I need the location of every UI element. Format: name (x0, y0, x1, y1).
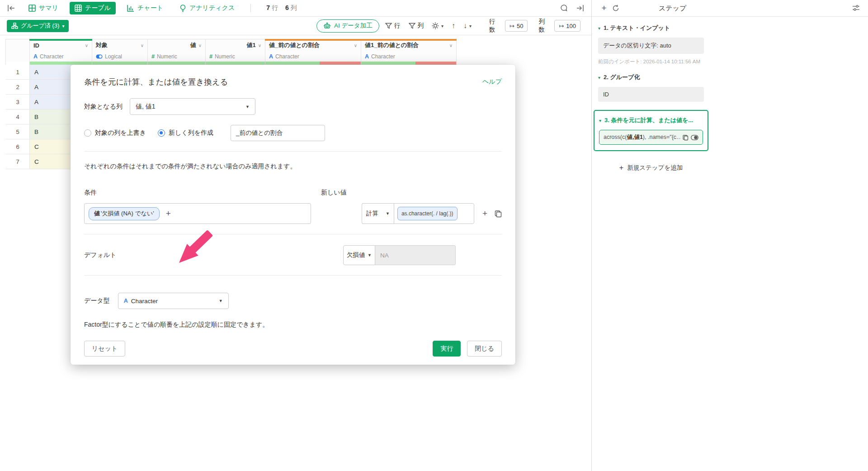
sliders-icon[interactable] (850, 2, 862, 14)
data-type-select[interactable]: A Character ▼ (118, 293, 229, 309)
collapse-triangle-icon[interactable]: ▾ (598, 26, 600, 31)
target-columns-value: 値, 値1 (136, 103, 156, 111)
value-type-select[interactable]: 計算 ▼ (362, 203, 394, 224)
tab-summary-label: サマリ (39, 4, 58, 12)
grouped-button[interactable]: グループ済 (3) ▾ (7, 20, 69, 32)
condition-chip[interactable]: 値 '欠損値 (NA) でない' (89, 207, 160, 220)
column-type-atai: #Numeric (148, 51, 206, 62)
step-2-header[interactable]: ▾ 2. グループ化 (598, 73, 704, 81)
caret-down-icon: ▼ (368, 253, 372, 257)
copy-icon[interactable] (683, 134, 689, 141)
radio-create-new-label: 新しく列を作成 (169, 129, 213, 137)
distribution-bar (92, 62, 148, 65)
add-condition-icon[interactable]: + (166, 209, 171, 219)
caret-down-icon: ▾ (441, 24, 443, 29)
step-1-card[interactable]: データの区切り文字: auto (598, 38, 704, 54)
default-value-input[interactable] (375, 245, 456, 265)
column-menu-icon[interactable]: ∨ (196, 43, 202, 48)
expand-right-icon[interactable] (574, 2, 586, 14)
help-link[interactable]: ヘルプ (482, 78, 502, 86)
close-button[interactable]: 閉じる (467, 341, 502, 357)
column-header-id[interactable]: ID∨ (30, 39, 92, 51)
step-2-card[interactable]: ID (598, 87, 704, 102)
target-columns-label: 対象となる列 (84, 103, 123, 111)
default-type-value: 欠損値 (347, 251, 365, 259)
summary-grid-icon (28, 5, 36, 12)
step-3-header[interactable]: ▾ 3. 条件を元に計算、または値を... (599, 116, 703, 124)
tab-table[interactable]: テーブル (70, 2, 116, 14)
radio-overwrite-label: 対象の列を上書き (95, 129, 146, 137)
add-step-icon-button[interactable]: + (598, 2, 610, 14)
ai-data-wrangling-button[interactable]: AI データ加工 (316, 19, 379, 33)
data-type-value: Character (131, 298, 158, 304)
tab-summary[interactable]: サマリ (24, 2, 63, 14)
default-type-select[interactable]: 欠損値 ▼ (343, 245, 375, 265)
radio-create-new-columns[interactable]: 新しく列を作成 (158, 129, 213, 137)
tab-analytics-label: アナリティクス (189, 4, 235, 12)
column-menu-icon[interactable]: ∨ (256, 43, 261, 48)
column-header-atai1[interactable]: 値1∨ (206, 39, 265, 51)
column-type-atai1: #Numeric (206, 51, 265, 62)
scroll-up-button[interactable]: ↑ (452, 22, 455, 30)
collapse-triangle-icon[interactable]: ▾ (598, 75, 600, 80)
filter-rows-button[interactable]: 行 (385, 22, 401, 30)
radio-circle-icon (84, 129, 91, 137)
add-condition-pair-icon[interactable]: + (482, 209, 487, 219)
arrow-down-icon: ↓ (463, 22, 467, 30)
refresh-icon[interactable] (610, 2, 622, 14)
column-menu-icon[interactable]: ∨ (447, 43, 453, 48)
column-header-atai[interactable]: 値∨ (148, 39, 206, 51)
topbar-divider (250, 4, 251, 12)
column-header-atai-ratio[interactable]: 値_前の値との割合∨ (265, 39, 361, 51)
column-type-atai1-ratio: ACharacter (361, 51, 457, 62)
steps-panel: + ステップ ▾ 1. テキスト・インプット データの区切り文字: auto 前… (591, 0, 868, 471)
column-type-id: ACharacter (30, 51, 92, 62)
tab-chart[interactable]: チャート (122, 2, 168, 14)
column-menu-icon[interactable]: ∨ (351, 43, 357, 48)
new-column-suffix-input[interactable] (231, 125, 325, 141)
copy-icon[interactable] (495, 210, 502, 218)
distribution-bar (361, 62, 457, 65)
reset-button[interactable]: リセット (84, 341, 125, 357)
logical-type-icon (96, 54, 103, 59)
tab-chart-label: チャート (137, 4, 163, 12)
condition-explanation: それぞれの条件はそれまでの条件が満たされない場合のみ適用されます。 (84, 162, 502, 171)
new-value-field[interactable]: as.character(. / lag(.)) (394, 203, 474, 224)
filter-columns-button[interactable]: 列 (409, 22, 424, 30)
scroll-down-button[interactable]: ↓ ▾ (463, 22, 472, 30)
step-1-title: 1. テキスト・インプット (604, 24, 670, 32)
collapse-left-icon[interactable] (5, 2, 17, 14)
table-settings-button[interactable]: ▾ (432, 22, 443, 29)
tab-analytics[interactable]: アナリティクス (175, 2, 240, 14)
bar-chart-icon (127, 5, 134, 12)
factor-note: Factor型にすることで値の順番を上記の設定順に固定できます。 (84, 321, 502, 329)
add-new-step-button[interactable]: +新規ステップを追加 (598, 164, 704, 172)
preview-toggle-icon[interactable] (691, 135, 698, 140)
value-type-value: 計算 (366, 209, 378, 218)
group-hierarchy-icon (11, 23, 18, 29)
condition-builder[interactable]: 値 '欠損値 (NA) でない' + (84, 203, 311, 224)
target-columns-select[interactable]: 値, 値1 ▼ (130, 98, 255, 115)
default-label: デフォルト (84, 251, 117, 259)
collapse-triangle-icon[interactable]: ▾ (599, 118, 601, 123)
col-count: 6列 (285, 4, 297, 12)
formula-chip[interactable]: as.character(. / lag(.)) (397, 207, 458, 220)
gear-icon (432, 22, 439, 29)
column-header-atai1-ratio[interactable]: 値1_前の値との割合∨ (361, 39, 457, 51)
column-header-taishou[interactable]: 対象∨ (92, 39, 148, 51)
step-1-header[interactable]: ▾ 1. テキスト・インプット (598, 24, 704, 32)
cols-limit-input[interactable]: ↦ 100 (554, 20, 580, 32)
column-menu-icon[interactable]: ∨ (138, 43, 144, 48)
funnel-icon (385, 23, 392, 29)
run-button[interactable]: 実行 (433, 341, 461, 357)
comment-icon[interactable] (558, 2, 570, 14)
dialog-title: 条件を元に計算、または値を置き換える (84, 76, 228, 87)
radio-overwrite-columns[interactable]: 対象の列を上書き (84, 129, 146, 137)
table-toolbar: グループ済 (3) ▾ AI データ加工 行 列 ▾ ↑ (0, 17, 591, 35)
conditional-calculation-dialog: 条件を元に計算、または値を置き換える ヘルプ 対象となる列 値, 値1 ▼ 対象… (71, 65, 515, 365)
column-menu-icon[interactable]: ∨ (82, 43, 88, 48)
rows-limit-input[interactable]: ↦ 50 (505, 20, 528, 32)
top-bar: サマリ テーブル チャート アナリティクス 7行 6列 (0, 0, 591, 17)
step-2-title: 2. グループ化 (604, 73, 640, 81)
step-3-formula-card[interactable]: across(c(値,値1), .names="{c… (599, 130, 703, 145)
